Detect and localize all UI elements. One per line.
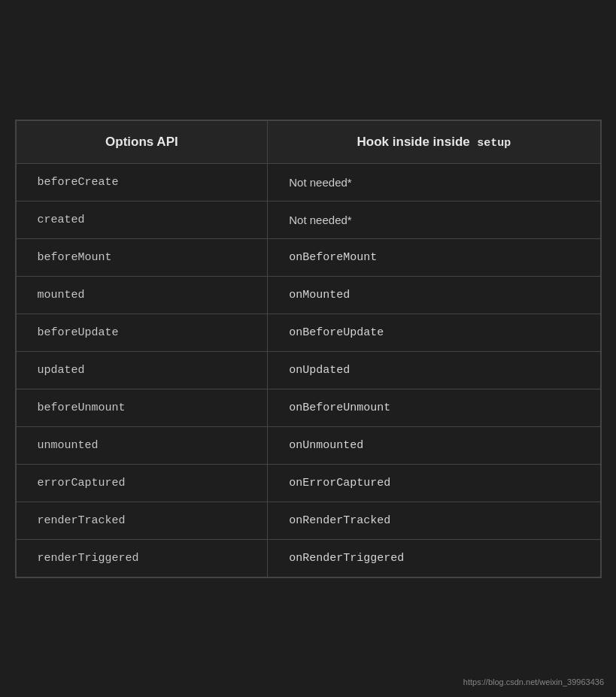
options-api-cell: renderTracked [16, 502, 268, 539]
watermark: https://blog.csdn.net/weixin_39963436 [463, 677, 604, 686]
table-row: unmountedonUnmounted [16, 426, 600, 464]
table-row: beforeMountonBeforeMount [16, 238, 600, 276]
options-api-cell: created [16, 201, 268, 238]
table-row: beforeCreateNot needed* [16, 163, 600, 201]
hook-inside-cell: onBeforeUpdate [268, 314, 600, 351]
table-container: Options API Hook inside inside setup bef… [15, 120, 602, 578]
table-row: updatedonUpdated [16, 351, 600, 389]
hook-inside-cell: onRenderTracked [268, 502, 600, 539]
options-api-cell: beforeUpdate [16, 314, 268, 351]
table-row: beforeUpdateonBeforeUpdate [16, 314, 600, 351]
hook-inside-cell: onBeforeMount [268, 238, 600, 276]
table-body: beforeCreateNot needed*createdNot needed… [16, 163, 600, 577]
table-row: mountedonMounted [16, 276, 600, 314]
hook-inside-cell: onMounted [268, 276, 600, 314]
hook-inside-cell: onUnmounted [268, 426, 600, 464]
hook-inside-cell: Not needed* [268, 201, 600, 238]
options-api-cell: renderTriggered [16, 539, 268, 577]
table-row: createdNot needed* [16, 201, 600, 238]
table-row: errorCapturedonErrorCaptured [16, 464, 600, 502]
options-api-cell: errorCaptured [16, 464, 268, 502]
column-header-options-api: Options API [16, 120, 268, 163]
hook-inside-cell: onErrorCaptured [268, 464, 600, 502]
hook-inside-cell: onUpdated [268, 351, 600, 389]
options-api-cell: unmounted [16, 426, 268, 464]
page-wrapper: Options API Hook inside inside setup bef… [0, 0, 616, 697]
table-row: renderTriggeredonRenderTriggered [16, 539, 600, 577]
hook-inside-cell: Not needed* [268, 163, 600, 201]
table-row: beforeUnmountonBeforeUnmount [16, 389, 600, 426]
options-api-cell: mounted [16, 276, 268, 314]
options-api-cell: beforeMount [16, 238, 268, 276]
table-header-row: Options API Hook inside inside setup [16, 120, 600, 163]
table-row: renderTrackedonRenderTracked [16, 502, 600, 539]
options-api-cell: beforeUnmount [16, 389, 268, 426]
hook-inside-cell: onRenderTriggered [268, 539, 600, 577]
hook-inside-cell: onBeforeUnmount [268, 389, 600, 426]
options-api-cell: beforeCreate [16, 163, 268, 201]
options-api-cell: updated [16, 351, 268, 389]
lifecycle-hooks-table: Options API Hook inside inside setup bef… [16, 120, 601, 577]
setup-code-label: setup [477, 137, 511, 150]
column-header-hook-inside: Hook inside inside setup [268, 120, 600, 163]
